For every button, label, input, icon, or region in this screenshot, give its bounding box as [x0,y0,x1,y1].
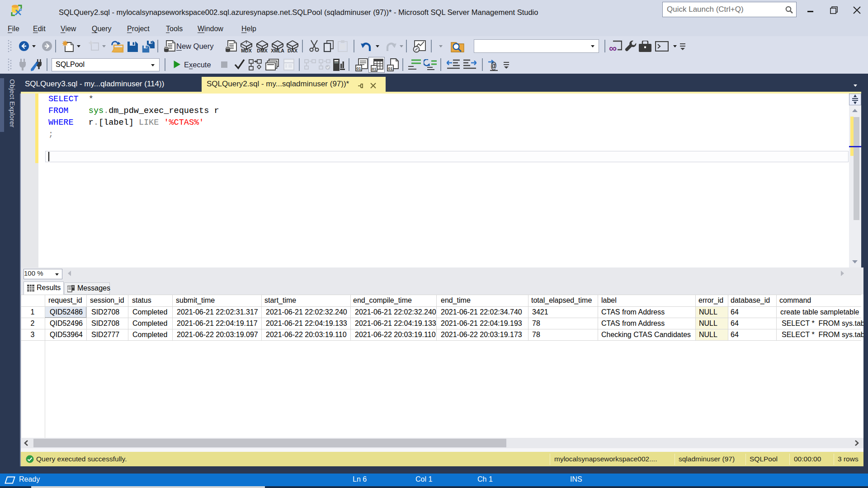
svg-text:01: 01 [356,66,361,71]
svg-text:01: 01 [372,67,376,71]
svg-text:01: 01 [388,66,392,71]
svg-text:@: @ [491,61,496,71]
